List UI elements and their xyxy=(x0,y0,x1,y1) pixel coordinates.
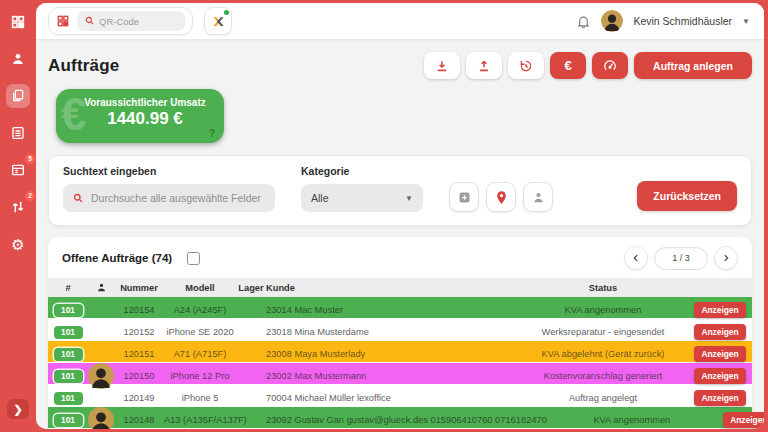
online-status-dot xyxy=(224,10,229,15)
qr-input-wrap xyxy=(77,11,185,32)
chevron-down-icon[interactable]: ▼ xyxy=(742,17,750,26)
app-window: Kevin Schmidhäusler ▼ Aufträge € xyxy=(36,3,764,429)
table-head: Offene Aufträge (74) 1 / 3 xyxy=(48,246,752,278)
column-header-lager: Lager xyxy=(236,283,266,293)
table-row: 101 120151 A71 (A715F) 23008 Maya Muster… xyxy=(48,341,752,363)
euro-button[interactable]: € xyxy=(550,52,586,79)
notification-bell-icon[interactable] xyxy=(576,14,591,29)
invoice-icon xyxy=(10,162,26,178)
main-content: Aufträge € Auftrag anlegen xyxy=(36,39,764,429)
integration-x-button[interactable] xyxy=(204,7,232,35)
sidebar-item-transfers[interactable]: 2 xyxy=(6,195,30,219)
cell-status: Kostenvoranschlag generiert xyxy=(518,371,688,381)
gear-icon: ⚙ xyxy=(11,237,24,252)
show-order-button[interactable]: Anzeigen xyxy=(723,412,764,428)
cell-status: KVA angenommen xyxy=(518,305,688,315)
sidebar: 5 2 ⚙ ❯ xyxy=(0,0,36,432)
sidebar-item-customers[interactable] xyxy=(6,47,30,71)
device-filter-button[interactable] xyxy=(449,182,479,212)
cell-modell: A24 (A245F) xyxy=(164,305,236,315)
table-row: 101 120150 iPhone 12 Pro 23002 Max Muste… xyxy=(48,363,752,385)
download-button[interactable] xyxy=(424,52,460,79)
category-select[interactable]: Alle ▼ xyxy=(301,184,423,212)
show-order-button[interactable]: Anzeigen xyxy=(694,324,746,340)
transfers-badge: 2 xyxy=(25,191,35,201)
revenue-card: € Voraussichtlicher Umsatz 1440.99 € ? xyxy=(56,89,224,143)
cell-status: KVA angenommen xyxy=(547,415,717,425)
sidebar-item-documents[interactable] xyxy=(6,121,30,145)
user-name[interactable]: Kevin Schmidhäusler xyxy=(633,15,732,27)
dashboard-gauge-button[interactable] xyxy=(592,52,628,79)
cell-status: KVA abgelehnt (Gerät zurück) xyxy=(518,349,688,359)
euro-icon: € xyxy=(564,59,571,72)
cell-status: Werksreparatur - eingesendet xyxy=(518,327,688,337)
revenue-help-icon[interactable]: ? xyxy=(209,128,215,139)
page-head: Aufträge € Auftrag anlegen xyxy=(48,52,752,79)
select-all-checkbox[interactable] xyxy=(187,252,200,265)
cell-kunde: 23002 Max Mustermann xyxy=(266,371,518,381)
location-pin-icon xyxy=(494,190,509,205)
upload-icon xyxy=(477,59,491,73)
transfer-arrows-icon xyxy=(10,199,26,215)
chevron-left-icon xyxy=(631,253,641,263)
cell-status: Auftrag angelegt xyxy=(518,393,688,403)
table-row: 101 120152 iPhone SE 2020 23018 Mina Mus… xyxy=(48,319,752,341)
avatar xyxy=(88,407,114,429)
location-filter-button[interactable] xyxy=(486,182,516,212)
status-badge: 101 xyxy=(54,370,83,383)
topbar: Kevin Schmidhäusler ▼ xyxy=(36,3,764,39)
prev-page-button[interactable] xyxy=(624,246,648,270)
category-field-group: Kategorie Alle ▼ xyxy=(301,165,423,212)
show-order-button[interactable]: Anzeigen xyxy=(694,390,746,406)
upload-button[interactable] xyxy=(466,52,502,79)
person-filter-button[interactable] xyxy=(523,182,553,212)
cell-modell: iPhone 12 Pro xyxy=(164,371,236,381)
cell-nummer: 120150 xyxy=(114,371,164,381)
revenue-label: Voraussichtlicher Umsatz xyxy=(78,97,212,108)
status-badge: 101 xyxy=(54,392,83,405)
orders-table-card: Offene Aufträge (74) 1 / 3 # Numm xyxy=(48,237,752,429)
qr-scan-group xyxy=(48,7,193,36)
cell-modell: iPhone 5 xyxy=(164,393,236,403)
sidebar-expand-button[interactable]: ❯ xyxy=(7,399,29,419)
reset-button[interactable]: Zurücksetzen xyxy=(637,181,737,211)
status-badge: 101 xyxy=(54,348,83,361)
user-area: Kevin Schmidhäusler ▼ xyxy=(576,10,750,32)
category-label: Kategorie xyxy=(301,165,423,177)
table-body: 101 120154 A24 (A245F) 23014 Mac Muster … xyxy=(48,297,752,429)
show-order-button[interactable]: Anzeigen xyxy=(694,368,746,384)
next-page-button[interactable] xyxy=(714,246,738,270)
show-order-button[interactable]: Anzeigen xyxy=(694,346,746,362)
table-row: 101 120148 A13 (A135F/A137F) 23092 Gusta… xyxy=(48,407,752,429)
cell-nummer: 120148 xyxy=(114,415,164,425)
column-header-id: # xyxy=(48,283,88,293)
document-list-icon xyxy=(10,125,26,141)
column-header-modell: Modell xyxy=(164,283,236,293)
add-box-icon xyxy=(457,190,472,205)
person-icon xyxy=(531,190,546,205)
cell-nummer: 120151 xyxy=(114,349,164,359)
page-title: Aufträge xyxy=(48,56,120,76)
table-row: 101 120154 A24 (A245F) 23014 Mac Muster … xyxy=(48,297,752,319)
avatar[interactable] xyxy=(601,10,623,32)
invoices-badge: 5 xyxy=(25,154,35,164)
sidebar-item-settings[interactable]: ⚙ xyxy=(6,232,30,256)
sidebar-item-invoices[interactable]: 5 xyxy=(6,158,30,182)
search-input[interactable] xyxy=(63,184,275,212)
filter-card: Suchtext eingeben Kategorie Alle ▼ xyxy=(48,155,752,226)
search-label: Suchtext eingeben xyxy=(63,165,275,177)
sidebar-item-dashboard[interactable] xyxy=(6,10,30,34)
x-logo-icon xyxy=(211,14,226,29)
page-indicator: 1 / 3 xyxy=(654,247,708,270)
column-header-nummer: Nummer xyxy=(114,283,164,293)
sidebar-item-orders[interactable] xyxy=(6,84,30,108)
show-order-button[interactable]: Anzeigen xyxy=(694,302,746,318)
search-icon xyxy=(84,15,95,26)
create-order-button[interactable]: Auftrag anlegen xyxy=(634,52,752,79)
search-icon xyxy=(72,192,84,204)
history-button[interactable] xyxy=(508,52,544,79)
table-row: 101 120149 iPhone 5 70004 Michael Müller… xyxy=(48,385,752,407)
category-selected-value: Alle xyxy=(311,192,329,204)
filter-toggle-buttons xyxy=(449,182,553,212)
toolbar-actions: € Auftrag anlegen xyxy=(424,52,752,79)
